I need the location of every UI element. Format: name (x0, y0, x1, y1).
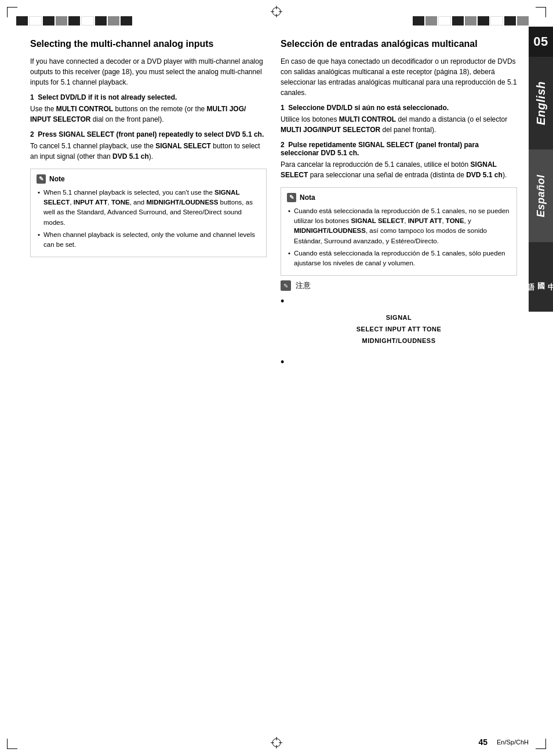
right-column: Selección de entradas analógicas multica… (281, 38, 517, 371)
strip-seg (465, 16, 476, 25)
strip-seg (108, 16, 119, 25)
top-strip-right (413, 16, 529, 25)
strip-seg (43, 16, 54, 25)
signal-row-3: MIDNIGHT/LOUDNESS (281, 335, 517, 347)
main-content: Selecting the multi-channel analog input… (16, 27, 529, 733)
two-column-layout: Selecting the multi-channel analog input… (30, 38, 517, 371)
tab-chinese: 中國語 (529, 242, 553, 312)
strip-seg (68, 16, 80, 25)
strip-seg (29, 16, 42, 25)
note-box: ✎ Note When 5.1 channel playback is sele… (30, 169, 267, 258)
corner-mark-br (536, 739, 546, 749)
signal-row-1: SIGNAL (281, 312, 517, 324)
right-step2-text: Para cancelar la reproducción de 5.1 can… (281, 159, 517, 180)
left-column: Selecting the multi-channel analog input… (30, 38, 267, 371)
nota-item-2: Cuando está seleccionada la reproducción… (287, 249, 511, 269)
crosshair-top (271, 6, 282, 19)
left-step1-heading: 1 Select DVD/LD if it is not already sel… (30, 93, 267, 101)
nota-icon: ✎ (287, 193, 296, 202)
left-step2-heading: 2 Press SIGNAL SELECT (front panel) repe… (30, 130, 267, 138)
bullet-point-2: • (281, 356, 517, 368)
step1-bold: 1 Select DVD/LD if it is not already sel… (30, 93, 177, 101)
tab-english: English (529, 57, 553, 149)
strip-seg (56, 16, 67, 25)
nota-box: ✎ Nota Cuando está seleccionada la repro… (281, 187, 517, 276)
footer-code: En/Sp/ChH (497, 739, 529, 746)
strip-seg (438, 16, 451, 25)
corner-mark-tr (536, 7, 546, 17)
left-section-title: Selecting the multi-channel analog input… (30, 38, 267, 50)
top-strip-left (16, 16, 132, 25)
note-icon: ✎ (37, 174, 46, 184)
right-step2-heading: 2 Pulse repetidamente SIGNAL SELECT (pan… (281, 141, 517, 157)
strip-seg (504, 16, 516, 25)
strip-seg (413, 16, 424, 25)
note-item-2: When channel playback is selected, only … (37, 230, 260, 250)
strip-seg (425, 16, 437, 25)
note-item-1: When 5.1 channel playback is selected, y… (37, 188, 260, 228)
tab-chapter-number: 05 (529, 27, 553, 57)
right-section-title: Selección de entradas analógicas multica… (281, 38, 517, 50)
strip-seg (95, 16, 107, 25)
strip-seg (490, 16, 503, 25)
page-number: 45 (478, 737, 487, 747)
right-sidebar: 05 English Español 中國語 (529, 27, 553, 363)
chuyi-box: ✎ 注意 (281, 280, 517, 291)
left-step1-text: Use the MULTI CONTROL buttons on the rem… (30, 104, 267, 125)
signal-box: SIGNAL SELECT INPUT ATT TONE MIDNIGHT/LO… (281, 312, 517, 346)
strip-seg (81, 16, 94, 25)
left-step2-text: To cancel 5.1 channel playback, use the … (30, 141, 267, 162)
bullet-point-1: • (281, 295, 517, 308)
chinese-label: 中國語 (525, 276, 553, 278)
left-intro-text: If you have connected a decoder or a DVD… (30, 56, 267, 87)
page-footer: 45 En/Sp/ChH (16, 737, 529, 747)
chuyi-text: 注意 (296, 280, 311, 291)
right-intro-text: En caso de que haya conectado un decodif… (281, 56, 517, 98)
nota-label: Nota (300, 192, 315, 203)
tab-espanol: Español (529, 149, 553, 242)
strip-seg (16, 16, 28, 25)
right-step1-heading: 1 Seleccione DVD/LD si aún no está selec… (281, 104, 517, 112)
strip-seg (452, 16, 464, 25)
note-header: ✎ Note (37, 174, 260, 184)
signal-row-2: SELECT INPUT ATT TONE (281, 324, 517, 335)
right-step1-text: Utilice los botones MULTI CONTROL del ma… (281, 114, 517, 135)
strip-seg (121, 16, 132, 25)
svg-point-0 (272, 8, 281, 16)
note-label: Note (49, 174, 65, 184)
nota-header: ✎ Nota (287, 192, 511, 203)
strip-seg (478, 16, 489, 25)
strip-seg (517, 16, 529, 25)
step2-bold: 2 Press SIGNAL SELECT (front panel) repe… (30, 130, 264, 138)
nota-item-1: Cuando está seleccionada la reproducción… (287, 206, 511, 246)
chuyi-icon: ✎ (281, 280, 291, 291)
